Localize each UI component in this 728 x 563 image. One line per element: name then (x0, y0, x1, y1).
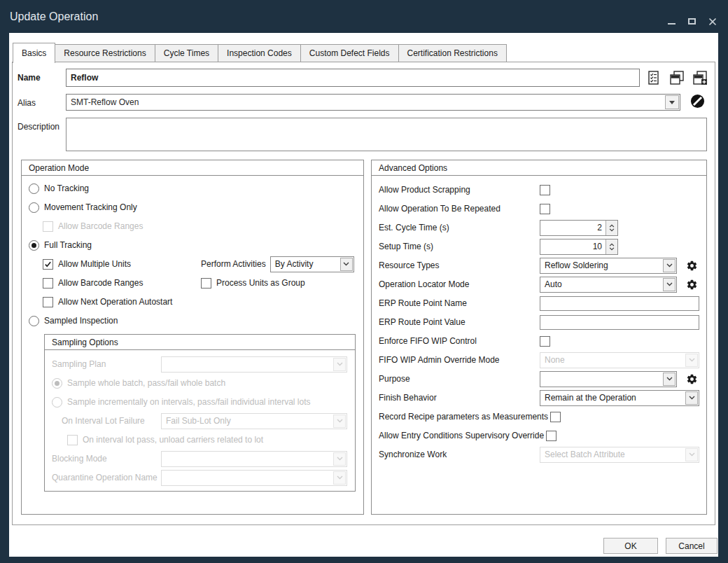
erp-route-point-name-row: ERP Route Point Name (379, 295, 699, 312)
maximize-button[interactable] (687, 17, 696, 26)
dialog-content: Basics Resource Restrictions Cycle Times… (9, 33, 718, 557)
perform-activities-dropdown[interactable]: By Activity (270, 256, 354, 272)
allow-barcode-ranges-checkbox[interactable] (43, 278, 53, 289)
finish-behavior-row: Finish Behavior Remain at the Operation (379, 389, 699, 406)
movement-tracking-radio[interactable] (29, 202, 39, 213)
setup-time-spinner[interactable]: 10 (540, 239, 618, 255)
purpose-dropdown[interactable] (540, 371, 677, 387)
minimize-button[interactable] (667, 17, 676, 26)
operation-locator-mode-dropdown[interactable]: Auto (540, 277, 677, 293)
allow-next-operation-autostart-checkbox[interactable] (43, 297, 53, 307)
alias-input[interactable] (66, 95, 665, 109)
record-recipe-parameters-checkbox[interactable] (550, 412, 561, 422)
tab-basics[interactable]: Basics (13, 43, 55, 63)
erp-route-point-name-input[interactable] (540, 296, 699, 311)
movement-allow-barcode-checkbox (43, 221, 53, 232)
erp-route-point-value-input[interactable] (540, 315, 699, 330)
resource-types-dropdown[interactable]: Reflow Soldering (540, 258, 677, 274)
update-operation-dialog: Update Operation Basics Resource Restric… (0, 0, 728, 563)
chevron-down-icon (333, 452, 346, 466)
perform-activities-label: Perform Activities (201, 259, 266, 269)
allow-entry-conditions-override-checkbox[interactable] (546, 431, 556, 441)
gear-icon[interactable] (686, 260, 698, 272)
allow-operation-repeated-checkbox[interactable] (540, 204, 550, 214)
no-tracking-radio[interactable] (29, 183, 39, 194)
description-row: Description (18, 118, 715, 151)
ok-button[interactable]: OK (603, 538, 658, 554)
sampled-inspection-radio[interactable] (29, 316, 39, 326)
movement-tracking-radio-row: Movement Tracking Only (29, 202, 356, 213)
tab-cycle-times[interactable]: Cycle Times (155, 44, 218, 62)
copy-icon[interactable] (669, 70, 685, 85)
est-cycle-time-label: Est. Cycle Time (s) (379, 223, 540, 232)
erp-route-point-value-row: ERP Route Point Value (379, 314, 699, 331)
maximize-icon (688, 18, 696, 25)
tab-resource-restrictions[interactable]: Resource Restrictions (55, 44, 154, 62)
spinner-arrows-icon[interactable] (606, 221, 617, 235)
sampled-inspection-label: Sampled Inspection (44, 316, 118, 326)
sampling-plan-label: Sampling Plan (52, 359, 161, 369)
gear-icon[interactable] (686, 279, 698, 291)
cancel-button[interactable]: Cancel (666, 538, 718, 554)
description-input[interactable] (66, 118, 707, 151)
resource-types-row: Resource Types Reflow Soldering (379, 257, 699, 274)
header-fields: Name (13, 62, 715, 158)
enforce-fifo-wip-control-label: Enforce FIFO WIP Control (379, 336, 540, 346)
finish-behavior-value: Remain at the Operation (540, 393, 685, 403)
name-row: Name (18, 69, 715, 87)
minimize-icon (668, 23, 676, 25)
finish-behavior-dropdown[interactable]: Remain at the Operation (540, 390, 699, 406)
full-tracking-radio[interactable] (29, 240, 39, 251)
sample-incrementally-label: Sample incrementally on intervals, pass/… (67, 397, 311, 407)
full-tracking-label: Full Tracking (44, 240, 92, 250)
operation-mode-title: Operation Mode (22, 160, 363, 176)
no-entry-icon[interactable] (690, 94, 705, 109)
resource-types-label: Resource Types (379, 260, 540, 270)
alias-combobox[interactable] (66, 94, 680, 111)
sample-incrementally-row: Sample incrementally on intervals, pass/… (52, 394, 348, 410)
sample-incrementally-radio (52, 397, 62, 408)
allow-multiple-units-row: Allow Multiple Units Perform Activities … (43, 258, 356, 270)
process-units-as-group-label: Process Units as Group (216, 278, 305, 288)
operation-locator-mode-value: Auto (540, 279, 663, 289)
on-interval-lot-pass-checkbox (67, 435, 78, 445)
edit-list-icon[interactable] (646, 70, 662, 85)
allow-product-scrapping-label: Allow Product Scrapping (379, 185, 540, 195)
enforce-fifo-wip-control-checkbox[interactable] (540, 336, 550, 347)
process-units-as-group-checkbox[interactable] (201, 278, 211, 289)
setup-time-row: Setup Time (s) 10 (379, 238, 699, 255)
name-input[interactable] (66, 69, 640, 87)
tab-custom-defect-fields[interactable]: Custom Defect Fields (300, 44, 398, 62)
fifo-wip-admin-override-mode-label: FIFO WIP Admin Override Mode (379, 355, 540, 365)
gear-icon[interactable] (686, 373, 698, 385)
chevron-down-icon (333, 415, 346, 428)
allow-product-scrapping-checkbox[interactable] (540, 185, 550, 195)
tab-certification-restrictions[interactable]: Certification Restrictions (398, 44, 507, 62)
chevron-down-icon (669, 101, 675, 104)
spinner-arrows-icon[interactable] (606, 239, 617, 254)
on-interval-lot-failure-label: On Interval Lot Failure (62, 416, 161, 426)
est-cycle-time-row: Est. Cycle Time (s) 2 (379, 219, 699, 236)
allow-product-scrapping-row: Allow Product Scrapping (379, 181, 699, 198)
copy-new-icon[interactable] (692, 70, 708, 85)
est-cycle-time-spinner[interactable]: 2 (540, 220, 618, 236)
allow-barcode-ranges-label: Allow Barcode Ranges (58, 278, 143, 288)
sampling-plan-dropdown (161, 356, 347, 373)
close-button[interactable] (708, 17, 717, 26)
allow-multiple-units-checkbox[interactable] (43, 259, 53, 270)
chevron-down-icon (685, 354, 698, 367)
tab-inspection-codes[interactable]: Inspection Codes (218, 44, 300, 62)
movement-tracking-label: Movement Tracking Only (44, 202, 137, 212)
on-interval-lot-pass-label: On interval lot pass, unload carriers re… (83, 435, 263, 445)
alias-dropdown-button[interactable] (665, 95, 679, 109)
fifo-wip-admin-override-mode-value: None (540, 355, 685, 365)
allow-operation-repeated-row: Allow Operation To Be Repeated (379, 200, 699, 217)
window-title: Update Operation (10, 11, 98, 23)
name-label: Name (18, 69, 66, 83)
allow-barcode-ranges-row: Allow Barcode Ranges Process Units as Gr… (43, 277, 356, 289)
synchronize-work-value: Select Batch Attribute (540, 450, 685, 459)
purpose-label: Purpose (379, 374, 540, 384)
chevron-down-icon (663, 278, 676, 291)
movement-allow-barcode-label: Allow Barcode Ranges (58, 221, 143, 231)
alias-label: Alias (18, 94, 66, 108)
